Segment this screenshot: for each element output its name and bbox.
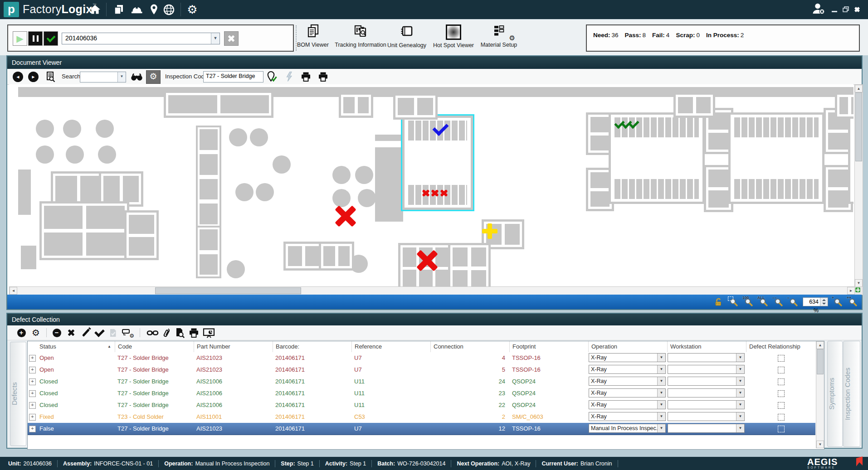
expand-row-icon[interactable]: + <box>29 378 36 385</box>
cell-status[interactable]: Closed <box>37 399 115 411</box>
find-button[interactable] <box>131 71 143 82</box>
pcb-component[interactable] <box>36 120 54 138</box>
cell-footprint[interactable]: TSSOP-16 <box>509 364 588 376</box>
cell-reference[interactable]: U11 <box>351 399 430 411</box>
table-vertical-scrollbar[interactable]: ▲ ▼ <box>816 341 824 448</box>
table-row[interactable]: +FalseT27 - Solder BridgeAIS210232014061… <box>28 423 815 435</box>
cell-reference[interactable]: U7 <box>351 352 430 364</box>
zoom-out-fast-button[interactable]: −− <box>773 296 784 307</box>
tab-symptoms[interactable]: Symptoms <box>827 341 843 447</box>
defect-relationship-icon[interactable] <box>778 414 785 421</box>
column-header-code[interactable]: Code <box>115 341 194 352</box>
operation-dropdown[interactable]: X-Ray▼ <box>589 412 666 421</box>
cell-reference[interactable]: U11 <box>351 376 430 388</box>
cell-part-number[interactable]: AIS21006 <box>194 388 273 399</box>
pcb-component[interactable] <box>835 92 853 119</box>
chevron-down-icon[interactable]: ▼ <box>657 401 665 409</box>
operation-dropdown[interactable]: X-Ray▼ <box>589 388 666 397</box>
scroll-down-icon[interactable]: ▼ <box>816 441 824 448</box>
chevron-down-icon[interactable]: ▼ <box>736 354 744 362</box>
table-row[interactable]: +FixedT23 - Cold SolderAIS11001201406171… <box>28 411 815 423</box>
add-defect-button[interactable]: + <box>16 328 26 338</box>
cell-part-number[interactable]: AIS21023 <box>194 352 273 364</box>
expand-row-icon[interactable]: + <box>29 414 36 421</box>
zoom-in-fast-button[interactable]: ++ <box>847 296 858 307</box>
pcb-component[interactable] <box>848 112 853 204</box>
column-header-barcode-[interactable]: Barcode: <box>273 341 351 352</box>
defect-relationship-icon[interactable] <box>778 367 785 373</box>
pcb-component[interactable] <box>393 93 438 120</box>
pcb-component[interactable] <box>358 189 376 207</box>
pcb-component[interactable] <box>21 246 36 269</box>
cell-barcode[interactable]: 201406171 <box>273 376 351 388</box>
print-preview-button[interactable] <box>317 71 329 82</box>
cell-footprint[interactable]: QSOP24 <box>509 376 588 388</box>
documents-icon[interactable] <box>112 4 126 15</box>
workstation-dropdown[interactable]: ▼ <box>668 365 745 374</box>
inspection-settings-button[interactable]: ⚙ <box>146 70 161 84</box>
pcb-document-canvas[interactable] <box>9 84 853 286</box>
accept-defect-button[interactable] <box>94 328 104 338</box>
minimize-button[interactable] <box>832 11 837 12</box>
cell-reference[interactable]: C53 <box>351 411 430 423</box>
cell-barcode[interactable]: 201406171 <box>273 399 351 411</box>
zoom-spinner[interactable] <box>820 298 828 306</box>
workstation-dropdown[interactable]: ▼ <box>668 400 745 409</box>
zoom-100-button[interactable]: 100 <box>743 296 754 307</box>
cell-part-number[interactable]: AIS21006 <box>194 376 273 388</box>
pcb-component[interactable] <box>250 128 268 146</box>
table-row[interactable]: +OpenT27 - Solder BridgeAIS2102320140617… <box>28 364 815 376</box>
cell-footprint[interactable]: SM/C_0603 <box>509 411 588 423</box>
vertical-scroll-thumb[interactable] <box>855 92 862 161</box>
cell-connection[interactable]: 24 <box>430 376 509 388</box>
column-header-status[interactable]: Status▲ <box>37 341 115 352</box>
pcb-component[interactable] <box>227 260 245 278</box>
chevron-down-icon[interactable]: ▼ <box>736 389 744 397</box>
column-header-footprint[interactable]: Footprint <box>509 341 588 352</box>
cell-reference[interactable]: U7 <box>351 423 430 435</box>
document-list-button[interactable] <box>45 71 56 82</box>
expand-row-icon[interactable]: + <box>29 426 36 432</box>
globe-icon[interactable] <box>161 4 176 15</box>
cell-connection[interactable]: 4 <box>430 352 509 364</box>
chevron-down-icon[interactable]: ▼ <box>736 401 744 409</box>
chevron-down-icon[interactable]: ▼ <box>736 365 744 373</box>
table-row[interactable]: +ClosedT27 - Solder BridgeAIS21006201406… <box>28 376 815 388</box>
pcb-component[interactable] <box>39 201 129 260</box>
defect-report-button[interactable] <box>202 328 215 338</box>
vertical-scroll-thumb[interactable] <box>817 349 824 374</box>
pcb-component[interactable] <box>196 226 221 278</box>
pcb-component[interactable] <box>448 243 491 286</box>
workstation-dropdown[interactable]: ▼ <box>668 353 745 362</box>
pcb-component[interactable] <box>98 145 116 164</box>
print-defects-button[interactable] <box>188 328 200 338</box>
pcb-component[interactable] <box>124 210 159 260</box>
logout-user-icon[interactable] <box>811 3 826 15</box>
defect-mark-x-small[interactable] <box>421 189 430 197</box>
table-row[interactable]: +ClosedT27 - Solder BridgeAIS21006201406… <box>28 388 815 400</box>
pcb-component[interactable] <box>229 128 247 146</box>
home-icon[interactable] <box>87 4 102 15</box>
defect-mark-x-small[interactable] <box>439 189 449 197</box>
expand-row-icon[interactable]: + <box>29 390 36 397</box>
material-setup-button[interactable]: ⚙ Material Setup <box>472 23 526 52</box>
chevron-down-icon[interactable]: ▼ <box>657 377 665 385</box>
pcb-component[interactable] <box>375 135 403 222</box>
unit-genealogy-button[interactable]: Unit Genealogy <box>380 23 434 52</box>
chevron-down-icon[interactable]: ▼ <box>736 424 744 432</box>
workstation-dropdown[interactable]: ▼ <box>668 412 745 421</box>
cell-code[interactable]: T27 - Solder Bridge <box>115 352 194 364</box>
operation-dropdown[interactable]: X-Ray▼ <box>589 377 666 386</box>
cell-barcode[interactable]: 201406171 <box>273 364 351 376</box>
zoom-all-button[interactable]: ALL <box>758 296 769 307</box>
scroll-up-icon[interactable]: ▲ <box>855 85 863 92</box>
defect-relationship-icon[interactable] <box>778 378 785 385</box>
pcb-component[interactable] <box>235 183 254 201</box>
cell-code[interactable]: T27 - Solder Bridge <box>115 388 194 399</box>
cell-reference[interactable]: U7 <box>351 364 430 376</box>
chevron-down-icon[interactable]: ▼ <box>211 33 219 44</box>
cell-reference[interactable]: U11 <box>351 388 430 399</box>
inspection-code-input[interactable]: T27 - Solder Bridge <box>203 71 263 82</box>
pcb-component[interactable] <box>256 183 274 201</box>
edit-defect-button[interactable] <box>81 328 91 338</box>
